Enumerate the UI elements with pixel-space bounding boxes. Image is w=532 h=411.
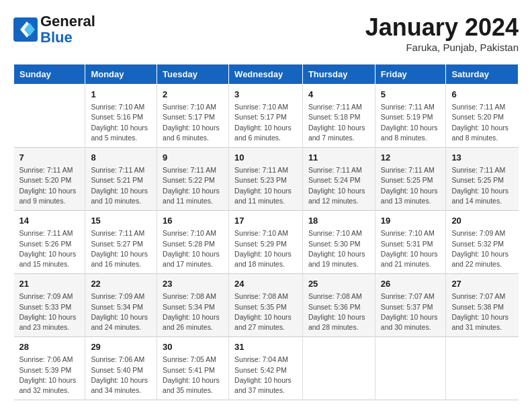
- day-number: 16: [163, 215, 223, 227]
- calendar-cell: 1Sunrise: 7:10 AMSunset: 5:16 PMDaylight…: [85, 85, 157, 148]
- day-number: 18: [308, 215, 369, 227]
- day-info: Sunrise: 7:08 AMSunset: 5:35 PMDaylight:…: [234, 291, 297, 332]
- calendar-table: SundayMondayTuesdayWednesdayThursdayFrid…: [13, 64, 519, 400]
- day-number: 20: [451, 215, 513, 227]
- calendar-week-3: 14Sunrise: 7:11 AMSunset: 5:26 PMDayligh…: [14, 211, 519, 274]
- day-number: 9: [163, 152, 223, 164]
- day-number: 5: [381, 89, 441, 101]
- col-header-saturday: Saturday: [446, 64, 519, 85]
- day-number: 27: [451, 278, 513, 290]
- day-number: 2: [163, 89, 223, 101]
- day-info: Sunrise: 7:08 AMSunset: 5:36 PMDaylight:…: [308, 291, 369, 332]
- day-number: 1: [91, 89, 151, 101]
- calendar-cell: 25Sunrise: 7:08 AMSunset: 5:36 PMDayligh…: [302, 274, 375, 337]
- calendar-cell: 4Sunrise: 7:11 AMSunset: 5:18 PMDaylight…: [302, 85, 375, 148]
- calendar-cell: [375, 337, 446, 400]
- calendar-cell: [446, 337, 519, 400]
- calendar-cell: 20Sunrise: 7:09 AMSunset: 5:32 PMDayligh…: [446, 211, 519, 274]
- day-number: 12: [381, 152, 441, 164]
- calendar-cell: 27Sunrise: 7:07 AMSunset: 5:38 PMDayligh…: [446, 274, 519, 337]
- day-info: Sunrise: 7:08 AMSunset: 5:34 PMDaylight:…: [163, 291, 223, 332]
- calendar-cell: 7Sunrise: 7:11 AMSunset: 5:20 PMDaylight…: [14, 148, 85, 211]
- day-info: Sunrise: 7:10 AMSunset: 5:31 PMDaylight:…: [381, 228, 441, 269]
- calendar-cell: [302, 337, 375, 400]
- day-number: 29: [91, 341, 151, 353]
- calendar-cell: 8Sunrise: 7:11 AMSunset: 5:21 PMDaylight…: [85, 148, 157, 211]
- day-info: Sunrise: 7:11 AMSunset: 5:19 PMDaylight:…: [381, 102, 441, 143]
- col-header-friday: Friday: [375, 64, 446, 85]
- day-info: Sunrise: 7:10 AMSunset: 5:17 PMDaylight:…: [163, 102, 223, 143]
- calendar-cell: 26Sunrise: 7:07 AMSunset: 5:37 PMDayligh…: [375, 274, 446, 337]
- calendar-cell: 30Sunrise: 7:05 AMSunset: 5:41 PMDayligh…: [157, 337, 229, 400]
- calendar-cell: 15Sunrise: 7:11 AMSunset: 5:27 PMDayligh…: [85, 211, 157, 274]
- day-number: 24: [234, 278, 297, 290]
- col-header-wednesday: Wednesday: [229, 64, 303, 85]
- day-info: Sunrise: 7:11 AMSunset: 5:20 PMDaylight:…: [451, 102, 513, 143]
- day-info: Sunrise: 7:06 AMSunset: 5:39 PMDaylight:…: [19, 355, 80, 396]
- day-number: 25: [308, 278, 369, 290]
- col-header-thursday: Thursday: [302, 64, 375, 85]
- day-info: Sunrise: 7:05 AMSunset: 5:41 PMDaylight:…: [163, 355, 223, 396]
- calendar-header: SundayMondayTuesdayWednesdayThursdayFrid…: [14, 64, 519, 85]
- logo-icon: [13, 17, 38, 42]
- day-number: 14: [19, 215, 80, 227]
- calendar-cell: 5Sunrise: 7:11 AMSunset: 5:19 PMDaylight…: [375, 85, 446, 148]
- day-info: Sunrise: 7:09 AMSunset: 5:34 PMDaylight:…: [91, 291, 151, 332]
- calendar-week-5: 28Sunrise: 7:06 AMSunset: 5:39 PMDayligh…: [14, 337, 519, 400]
- day-info: Sunrise: 7:06 AMSunset: 5:40 PMDaylight:…: [91, 355, 151, 396]
- day-info: Sunrise: 7:11 AMSunset: 5:24 PMDaylight:…: [308, 165, 369, 206]
- calendar-cell: 2Sunrise: 7:10 AMSunset: 5:17 PMDaylight…: [157, 85, 229, 148]
- day-number: 3: [234, 89, 297, 101]
- calendar-cell: 11Sunrise: 7:11 AMSunset: 5:24 PMDayligh…: [302, 148, 375, 211]
- day-number: 4: [308, 89, 369, 101]
- day-number: 6: [451, 89, 513, 101]
- calendar-cell: 14Sunrise: 7:11 AMSunset: 5:26 PMDayligh…: [14, 211, 85, 274]
- day-info: Sunrise: 7:11 AMSunset: 5:21 PMDaylight:…: [91, 165, 151, 206]
- location-subtitle: Faruka, Punjab, Pakistan: [365, 42, 519, 53]
- calendar-cell: 16Sunrise: 7:10 AMSunset: 5:28 PMDayligh…: [157, 211, 229, 274]
- calendar-cell: [14, 85, 85, 148]
- col-header-sunday: Sunday: [14, 64, 85, 85]
- calendar-cell: 28Sunrise: 7:06 AMSunset: 5:39 PMDayligh…: [14, 337, 85, 400]
- calendar-cell: 12Sunrise: 7:11 AMSunset: 5:25 PMDayligh…: [375, 148, 446, 211]
- day-number: 17: [234, 215, 297, 227]
- day-info: Sunrise: 7:10 AMSunset: 5:29 PMDaylight:…: [234, 228, 297, 269]
- page-header: GeneralBlue January 2024 Faruka, Punjab,…: [13, 13, 519, 53]
- col-header-tuesday: Tuesday: [157, 64, 229, 85]
- calendar-cell: 23Sunrise: 7:08 AMSunset: 5:34 PMDayligh…: [157, 274, 229, 337]
- calendar-cell: 29Sunrise: 7:06 AMSunset: 5:40 PMDayligh…: [85, 337, 157, 400]
- day-number: 19: [381, 215, 441, 227]
- day-info: Sunrise: 7:10 AMSunset: 5:16 PMDaylight:…: [91, 102, 151, 143]
- calendar-cell: 13Sunrise: 7:11 AMSunset: 5:25 PMDayligh…: [446, 148, 519, 211]
- day-info: Sunrise: 7:11 AMSunset: 5:22 PMDaylight:…: [163, 165, 223, 206]
- calendar-week-2: 7Sunrise: 7:11 AMSunset: 5:20 PMDaylight…: [14, 148, 519, 211]
- day-info: Sunrise: 7:11 AMSunset: 5:27 PMDaylight:…: [91, 228, 151, 269]
- month-title: January 2024: [365, 13, 519, 42]
- day-info: Sunrise: 7:10 AMSunset: 5:28 PMDaylight:…: [163, 228, 223, 269]
- day-info: Sunrise: 7:11 AMSunset: 5:25 PMDaylight:…: [381, 165, 441, 206]
- day-info: Sunrise: 7:10 AMSunset: 5:17 PMDaylight:…: [234, 102, 297, 143]
- logo-text: GeneralBlue: [40, 13, 95, 46]
- calendar-cell: 6Sunrise: 7:11 AMSunset: 5:20 PMDaylight…: [446, 85, 519, 148]
- calendar-cell: 10Sunrise: 7:11 AMSunset: 5:23 PMDayligh…: [229, 148, 303, 211]
- day-number: 30: [163, 341, 223, 353]
- day-number: 10: [234, 152, 297, 164]
- day-number: 23: [163, 278, 223, 290]
- day-number: 15: [91, 215, 151, 227]
- day-number: 22: [91, 278, 151, 290]
- day-info: Sunrise: 7:09 AMSunset: 5:32 PMDaylight:…: [451, 228, 513, 269]
- col-header-monday: Monday: [85, 64, 157, 85]
- calendar-cell: 9Sunrise: 7:11 AMSunset: 5:22 PMDaylight…: [157, 148, 229, 211]
- calendar-cell: 31Sunrise: 7:04 AMSunset: 5:42 PMDayligh…: [229, 337, 303, 400]
- day-info: Sunrise: 7:11 AMSunset: 5:18 PMDaylight:…: [308, 102, 369, 143]
- calendar-cell: 24Sunrise: 7:08 AMSunset: 5:35 PMDayligh…: [229, 274, 303, 337]
- day-number: 28: [19, 341, 80, 353]
- calendar-week-4: 21Sunrise: 7:09 AMSunset: 5:33 PMDayligh…: [14, 274, 519, 337]
- day-info: Sunrise: 7:11 AMSunset: 5:20 PMDaylight:…: [19, 165, 80, 206]
- day-info: Sunrise: 7:09 AMSunset: 5:33 PMDaylight:…: [19, 291, 80, 332]
- day-number: 7: [19, 152, 80, 164]
- day-info: Sunrise: 7:11 AMSunset: 5:26 PMDaylight:…: [19, 228, 80, 269]
- day-info: Sunrise: 7:11 AMSunset: 5:25 PMDaylight:…: [451, 165, 513, 206]
- day-number: 8: [91, 152, 151, 164]
- day-number: 21: [19, 278, 80, 290]
